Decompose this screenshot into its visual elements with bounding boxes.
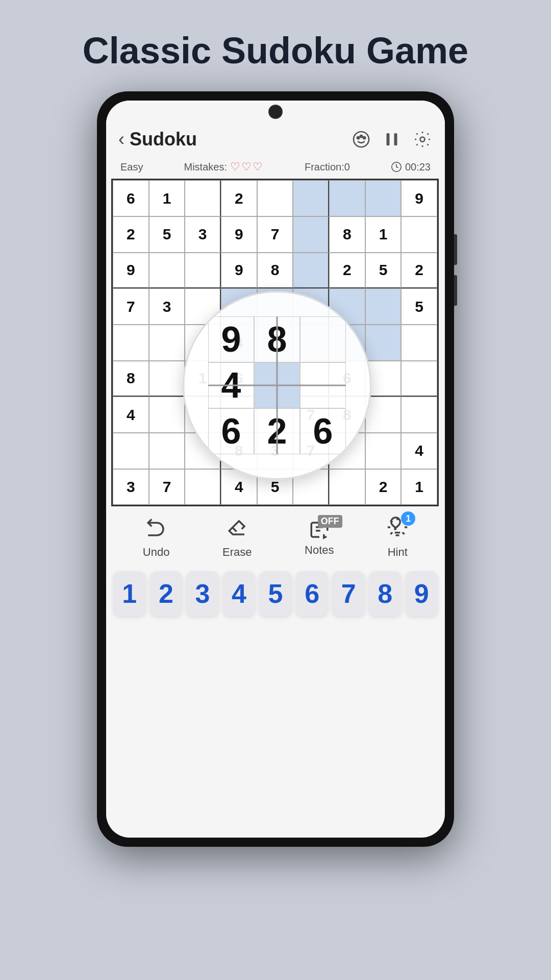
num-btn-6[interactable]: 6 (296, 571, 329, 616)
cell-r8-c7[interactable]: 2 (365, 469, 402, 505)
num-btn-8[interactable]: 8 (369, 571, 402, 616)
cell-r1-c3[interactable]: 9 (221, 216, 257, 253)
cell-r1-c7[interactable]: 1 (365, 216, 402, 253)
cell-r7-c8[interactable]: 4 (401, 433, 437, 469)
svg-point-6 (420, 137, 425, 142)
cell-r6-c7[interactable] (365, 397, 402, 433)
cell-r0-c8[interactable]: 9 (401, 180, 437, 216)
cell-r4-c7[interactable] (365, 325, 402, 361)
cell-r0-c3[interactable]: 2 (221, 180, 257, 216)
num-btn-4[interactable]: 4 (223, 571, 256, 616)
cell-r0-c4[interactable] (257, 180, 293, 216)
timer-section: 00:23 (391, 161, 431, 173)
cell-r1-c5[interactable] (293, 216, 329, 253)
hint-icon: 1 (387, 517, 408, 543)
cell-r2-c5[interactable] (293, 253, 329, 289)
cell-r6-c8[interactable] (401, 397, 437, 433)
num-btn-3[interactable]: 3 (186, 571, 219, 616)
hint-label: Hint (388, 546, 408, 559)
cell-r0-c7[interactable] (365, 180, 402, 216)
cell-r3-c0[interactable]: 7 (113, 288, 149, 325)
cell-r2-c6[interactable]: 2 (329, 253, 365, 289)
cell-r8-c8[interactable]: 1 (401, 469, 437, 505)
cell-r1-c6[interactable]: 8 (329, 216, 365, 253)
fraction-label: Fraction:0 (305, 161, 350, 173)
magnifier-content: 984626 (208, 316, 346, 454)
mistakes-label: Mistakes: (184, 161, 227, 173)
cell-r5-c8[interactable] (401, 361, 437, 397)
cell-r2-c7[interactable]: 5 (365, 253, 402, 289)
undo-icon (145, 517, 167, 543)
svg-rect-4 (387, 133, 390, 145)
sudoku-container: 612925397819982527354816264788374374521 … (111, 179, 440, 506)
cell-r1-c4[interactable]: 7 (257, 216, 293, 253)
cell-r2-c8[interactable]: 2 (401, 253, 437, 289)
timer-display: 00:23 (405, 161, 431, 173)
page-title: Classic Sudoku Game (62, 0, 489, 91)
cell-r3-c8[interactable]: 5 (401, 288, 437, 325)
volume-down-btn (454, 275, 457, 306)
cell-r6-c1[interactable] (149, 397, 185, 433)
svg-point-0 (354, 132, 369, 147)
cell-r4-c0[interactable] (113, 325, 149, 361)
mistakes-section: Mistakes: ♡♡♡ (184, 160, 263, 174)
num-btn-7[interactable]: 7 (332, 571, 365, 616)
phone-camera (268, 105, 283, 119)
phone-frame: ‹ Sudoku (97, 91, 454, 847)
cell-r2-c2[interactable] (185, 253, 221, 289)
cell-r5-c0[interactable]: 8 (113, 361, 149, 397)
header-icons (351, 129, 433, 150)
cell-r0-c0[interactable]: 6 (113, 180, 149, 216)
cell-r4-c1[interactable] (149, 325, 185, 361)
clock-icon (391, 161, 402, 173)
erase-label: Erase (222, 546, 252, 559)
cell-r8-c2[interactable] (185, 469, 221, 505)
cell-r7-c1[interactable] (149, 433, 185, 469)
num-btn-2[interactable]: 2 (150, 571, 183, 616)
back-button[interactable]: ‹ (118, 129, 124, 150)
mag-cell-6: 6 (208, 408, 254, 454)
controls-row: Undo Erase (106, 506, 445, 564)
cell-r0-c5[interactable] (293, 180, 329, 216)
svg-point-1 (357, 137, 360, 139)
svg-point-3 (363, 137, 366, 139)
difficulty-label: Easy (120, 161, 143, 173)
notes-button[interactable]: OFF Notes (305, 519, 334, 557)
cell-r8-c6[interactable] (329, 469, 365, 505)
cell-r1-c8[interactable] (401, 216, 437, 253)
cell-r2-c4[interactable]: 8 (257, 253, 293, 289)
notes-label: Notes (305, 544, 334, 557)
cell-r0-c6[interactable] (329, 180, 365, 216)
cell-r2-c1[interactable] (149, 253, 185, 289)
erase-icon (227, 517, 248, 543)
hint-count-badge: 1 (401, 511, 415, 526)
cell-r0-c2[interactable] (185, 180, 221, 216)
erase-button[interactable]: Erase (222, 517, 252, 559)
cell-r0-c1[interactable]: 1 (149, 180, 185, 216)
cell-r5-c1[interactable] (149, 361, 185, 397)
cell-r1-c0[interactable]: 2 (113, 216, 149, 253)
num-btn-9[interactable]: 9 (406, 571, 438, 616)
pause-icon[interactable] (382, 129, 402, 150)
cell-r4-c8[interactable] (401, 325, 437, 361)
undo-button[interactable]: Undo (143, 517, 170, 559)
hint-button[interactable]: 1 Hint (387, 517, 408, 559)
cell-r7-c7[interactable] (365, 433, 402, 469)
cell-r1-c2[interactable]: 3 (185, 216, 221, 253)
phone-screen: ‹ Sudoku (106, 101, 445, 838)
svg-line-13 (391, 532, 393, 534)
cell-r6-c0[interactable]: 4 (113, 397, 149, 433)
cell-r2-c0[interactable]: 9 (113, 253, 149, 289)
cell-r2-c3[interactable]: 9 (221, 253, 257, 289)
num-btn-1[interactable]: 1 (113, 571, 146, 616)
mag-cell-2 (300, 316, 346, 362)
settings-icon[interactable] (412, 129, 433, 150)
cell-r3-c1[interactable]: 3 (149, 288, 185, 325)
palette-icon[interactable] (351, 129, 371, 150)
num-btn-5[interactable]: 5 (259, 571, 292, 616)
cell-r8-c1[interactable]: 7 (149, 469, 185, 505)
cell-r3-c7[interactable] (365, 288, 402, 325)
cell-r7-c0[interactable] (113, 433, 149, 469)
cell-r8-c0[interactable]: 3 (113, 469, 149, 505)
cell-r1-c1[interactable]: 5 (149, 216, 185, 253)
